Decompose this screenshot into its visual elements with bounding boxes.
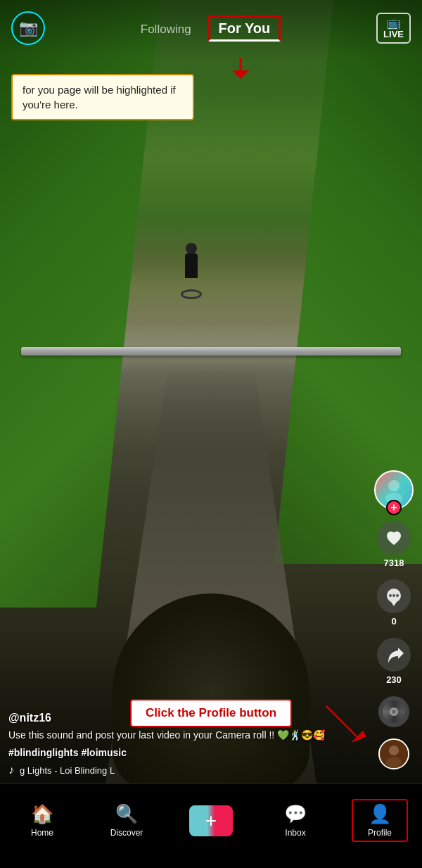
svg-marker-1 bbox=[232, 70, 249, 79]
nav-home[interactable]: 🏠 Home bbox=[14, 803, 70, 838]
nav-discover-label: Discover bbox=[110, 828, 143, 838]
video-description: Use this sound and post your last video … bbox=[8, 729, 366, 743]
biker-head bbox=[186, 243, 197, 254]
share-count: 230 bbox=[386, 674, 402, 685]
music-text: g Lights - Loi Blinding L bbox=[20, 765, 115, 776]
comment-icon bbox=[384, 586, 404, 606]
svg-point-7 bbox=[392, 594, 395, 597]
profile-click-tooltip: Click the Profile button bbox=[130, 699, 292, 727]
svg-marker-9 bbox=[391, 602, 397, 606]
nav-discover[interactable]: 🔍 Discover bbox=[98, 803, 155, 838]
music-note-icon: ♪ bbox=[8, 764, 14, 776]
create-button[interactable]: + bbox=[193, 805, 229, 836]
music-info: ♪ g Lights - Loi Blinding L bbox=[8, 764, 366, 776]
share-icon bbox=[384, 645, 404, 665]
svg-point-11 bbox=[389, 746, 399, 755]
comment-button[interactable] bbox=[377, 579, 411, 613]
comment-action: 0 bbox=[377, 579, 411, 627]
nav-profile[interactable]: 👤 Profile bbox=[352, 799, 408, 842]
tab-following[interactable]: Following bbox=[141, 20, 191, 39]
music-action bbox=[378, 696, 409, 727]
creator-profile-avatar[interactable] bbox=[378, 738, 409, 769]
svg-point-3 bbox=[388, 480, 399, 491]
profile-tooltip-text: Click the Profile button bbox=[146, 706, 276, 719]
hashtags[interactable]: #blindinglights #loimusic bbox=[8, 747, 366, 758]
side-actions: + 7318 0 bbox=[374, 470, 414, 769]
profile-arrow-indicator bbox=[320, 700, 369, 752]
biker-body bbox=[185, 253, 198, 278]
like-button[interactable] bbox=[377, 521, 411, 555]
comment-count: 0 bbox=[391, 616, 396, 627]
nav-create[interactable]: + bbox=[183, 805, 239, 836]
share-button[interactable] bbox=[377, 638, 411, 672]
follow-plus-button[interactable]: + bbox=[386, 500, 402, 515]
for-you-tooltip: for you page will be highlighted if you'… bbox=[11, 74, 194, 120]
nav-inbox-label: Inbox bbox=[285, 828, 305, 838]
live-tv-icon: 📺 bbox=[387, 17, 401, 30]
svg-point-12 bbox=[386, 757, 402, 768]
svg-line-13 bbox=[326, 706, 360, 740]
disc-center bbox=[390, 707, 398, 716]
arrow-indicator bbox=[232, 58, 249, 82]
like-count: 7318 bbox=[384, 558, 404, 568]
svg-point-8 bbox=[396, 594, 399, 597]
profile-avatar-image bbox=[380, 740, 408, 768]
camera-plus-icon: 📷 bbox=[19, 20, 38, 36]
biker-figure bbox=[177, 243, 205, 299]
inbox-icon: 💬 bbox=[284, 803, 307, 825]
live-label: LIVE bbox=[383, 30, 404, 39]
guardrail bbox=[21, 347, 401, 356]
biker-wheel bbox=[181, 289, 202, 299]
creator-avatar-container: + bbox=[374, 470, 414, 510]
svg-point-6 bbox=[389, 594, 392, 597]
tab-for-you[interactable]: For You bbox=[208, 15, 281, 42]
live-button[interactable]: 📺 LIVE bbox=[376, 13, 411, 44]
top-bar: 📷 Following For You 📺 LIVE bbox=[0, 0, 422, 56]
discover-icon: 🔍 bbox=[115, 803, 138, 825]
music-disc-icon[interactable] bbox=[378, 696, 409, 727]
share-action: 230 bbox=[377, 638, 411, 685]
add-video-button[interactable]: 📷 bbox=[11, 11, 45, 45]
for-you-tooltip-text: for you page will be highlighted if you'… bbox=[23, 84, 176, 111]
phone-container: 📷 Following For You 📺 LIVE for you page … bbox=[0, 0, 422, 868]
feed-tabs: Following For You bbox=[141, 15, 281, 42]
nav-profile-label: Profile bbox=[368, 828, 392, 838]
plus-icon: + bbox=[390, 501, 397, 514]
bottom-navigation: 🏠 Home 🔍 Discover + 💬 Inbox 👤 Profile bbox=[0, 784, 422, 868]
heart-icon bbox=[384, 528, 404, 548]
like-action: 7318 bbox=[377, 521, 411, 568]
nav-inbox[interactable]: 💬 Inbox bbox=[267, 803, 324, 838]
profile-icon: 👤 bbox=[369, 803, 391, 825]
home-icon: 🏠 bbox=[31, 803, 53, 825]
nav-home-label: Home bbox=[31, 828, 53, 838]
plus-icon: + bbox=[205, 811, 217, 831]
